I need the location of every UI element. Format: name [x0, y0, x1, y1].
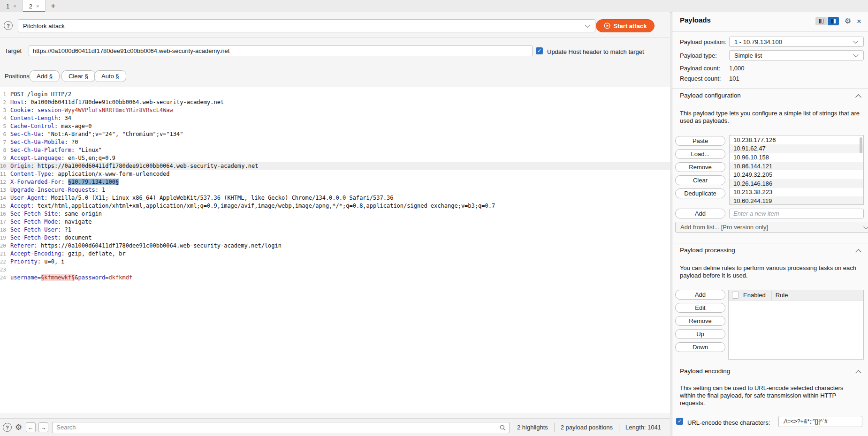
request-line-text: Origin: https://0a1000d60411df1780dee91c… [8, 162, 258, 170]
processing-edit-button[interactable]: Edit [675, 303, 725, 313]
request-editor-lines: 1POST /login HTTP/22Host: 0a1000d60411df… [0, 90, 670, 282]
tab-1-label: 1 [6, 3, 9, 10]
select-all-checkbox[interactable] [732, 292, 739, 299]
request-line-8[interactable]: 8Sec-Ch-Ua-Platform: "Linux" [0, 146, 670, 154]
chevron-down-icon [585, 23, 590, 28]
request-line-15[interactable]: 15Accept: text/html,application/xhtml+xm… [0, 202, 670, 210]
request-editor[interactable]: 1POST /login HTTP/22Host: 0a1000d60411df… [0, 87, 670, 413]
add-marker-button[interactable]: Add § [30, 70, 60, 82]
processing-add-button[interactable]: Add [675, 290, 725, 300]
request-line-14[interactable]: 14User-Agent: Mozilla/5.0 (X11; Linux x8… [0, 194, 670, 202]
deduplicate-button[interactable]: Deduplicate [675, 188, 725, 198]
collapse-chevron-icon[interactable] [856, 94, 860, 101]
request-line-2[interactable]: 2Host: 0a1000d60411df1780dee91c00bb0064.… [0, 98, 670, 106]
close-icon[interactable]: × [857, 17, 861, 25]
gear-icon[interactable]: ⚙ [845, 17, 851, 25]
scrollbar-thumb[interactable] [860, 137, 862, 153]
add-from-list-select[interactable]: Add from list... [Pro version only] [675, 222, 868, 233]
request-line-17[interactable]: 17Sec-Fetch-Mode: navigate [0, 218, 670, 226]
url-encode-checkbox[interactable]: ✓ [676, 418, 683, 425]
payload-list-item[interactable]: 10.26.146.186 [730, 179, 863, 188]
panel-layout-toggle [815, 17, 839, 25]
tab-2[interactable]: 2 × [23, 0, 46, 12]
new-tab-button[interactable]: + [46, 0, 61, 12]
request-line-21[interactable]: 21Accept-Encoding: gzip, deflate, br [0, 250, 670, 258]
processing-down-button[interactable]: Down [675, 342, 725, 352]
layout-right-toggle-icon[interactable] [828, 17, 839, 25]
request-line-11[interactable]: 11Content-Type: application/x-www-form-u… [0, 170, 670, 178]
request-line-19[interactable]: 19Sec-Fetch-Dest: document [0, 234, 670, 242]
request-line-23[interactable]: 23 [0, 266, 670, 274]
url-encode-characters-input[interactable] [778, 416, 862, 427]
request-line-18[interactable]: 18Sec-Fetch-User: ?1 [0, 226, 670, 234]
layout-left-toggle-icon[interactable] [815, 17, 827, 25]
payload-type-select[interactable]: Simple list [729, 50, 864, 60]
search-input[interactable] [52, 422, 510, 433]
payload-type-label: Payload type: [680, 52, 717, 59]
previous-match-button[interactable]: ← [26, 422, 36, 432]
target-label: Target [5, 47, 22, 54]
request-line-text: Accept: text/html,application/xhtml+xml,… [8, 202, 495, 210]
processing-remove-button[interactable]: Remove [675, 316, 725, 326]
request-line-1[interactable]: 1POST /login HTTP/2 [0, 90, 670, 98]
request-line-7[interactable]: 7Sec-Ch-Ua-Mobile: ?0 [0, 138, 670, 146]
check-icon: ✓ [678, 418, 682, 424]
request-line-text: Content-Length: 34 [8, 114, 71, 122]
line-number: 6 [0, 130, 8, 138]
payload-list-item[interactable]: 10.60.244.119 [730, 196, 863, 205]
payload-position-select[interactable]: 1 - 10.79.134.100 [729, 37, 864, 47]
check-icon: ✓ [537, 48, 541, 54]
request-line-5[interactable]: 5Cache-Control: max-age=0 [0, 122, 670, 130]
request-line-text: Sec-Ch-Ua: "Not:A-Brand";v="24", "Chromi… [8, 130, 183, 138]
rules-table-header: Enabled Rule [729, 290, 863, 301]
request-line-6[interactable]: 6Sec-Ch-Ua: "Not:A-Brand";v="24", "Chrom… [0, 130, 670, 138]
request-line-16[interactable]: 16Sec-Fetch-Site: same-origin [0, 210, 670, 218]
request-line-22[interactable]: 22Priority: u=0, i [0, 258, 670, 266]
payload-list[interactable]: 10.238.177.12610.91.62.4710.96.10.15810.… [729, 135, 864, 205]
payload-list-item[interactable]: 10.249.32.205 [730, 170, 863, 179]
line-number: 12 [0, 178, 8, 186]
new-payload-input[interactable] [729, 209, 864, 218]
collapse-chevron-icon[interactable] [856, 369, 860, 376]
payload-list-item[interactable]: 10.238.177.126 [730, 135, 863, 144]
forward-arrow-icon: → [41, 424, 46, 431]
collapse-chevron-icon[interactable] [856, 248, 860, 256]
paste-button[interactable]: Paste [675, 136, 725, 146]
request-line-13[interactable]: 13Upgrade-Insecure-Requests: 1 [0, 186, 670, 194]
close-tab-icon[interactable]: × [13, 3, 16, 9]
payload-list-item[interactable]: 10.213.38.223 [730, 188, 863, 197]
request-line-text: Cache-Control: max-age=0 [8, 122, 91, 130]
payload-list-item[interactable]: 10.96.10.158 [730, 153, 863, 162]
clear-button[interactable]: Clear [675, 175, 725, 185]
attack-type-select[interactable]: Pitchfork attack [18, 19, 595, 32]
auto-marker-button[interactable]: Auto § [94, 70, 126, 82]
line-number: 17 [0, 218, 8, 226]
tab-1[interactable]: 1 × [0, 0, 23, 12]
clear-marker-button[interactable]: Clear § [61, 70, 95, 82]
remove-button[interactable]: Remove [675, 162, 725, 172]
request-line-4[interactable]: 4Content-Length: 34 [0, 114, 670, 122]
request-line-text: Priority: u=0, i [8, 258, 65, 266]
add-payload-button[interactable]: Add [675, 209, 725, 218]
start-attack-button[interactable]: Start attack [596, 19, 655, 32]
request-line-24[interactable]: 24username=§kfmmewkf§&password=dkfkmdf [0, 274, 670, 282]
processing-up-button[interactable]: Up [675, 329, 725, 339]
payload-list-item[interactable]: 10.91.62.47 [730, 144, 863, 153]
next-match-button[interactable]: → [38, 422, 48, 432]
separator [554, 423, 555, 432]
update-host-checkbox[interactable]: ✓ [536, 47, 543, 54]
help-icon[interactable]: ? [4, 21, 13, 30]
request-line-9[interactable]: 9Accept-Language: en-US,en;q=0.9 [0, 154, 670, 162]
payload-processing-description: You can define rules to perform various … [680, 264, 861, 279]
close-tab-icon[interactable]: × [36, 3, 39, 9]
processing-rules-table: Enabled Rule [728, 290, 864, 360]
payload-list-item[interactable]: 10.86.144.121 [730, 162, 863, 171]
request-line-3[interactable]: 3Cookie: session=Wyy4WVPluFsNRRTBmcYRir8… [0, 106, 670, 114]
load-button[interactable]: Load... [675, 149, 725, 159]
request-line-10[interactable]: 10Origin: https://0a1000d60411df1780dee9… [0, 162, 670, 170]
target-input[interactable] [29, 45, 533, 56]
request-line-12[interactable]: 12X-Forwarded-For: §10.79.134.100§ [0, 178, 670, 186]
request-line-20[interactable]: 20Referer: https://0a1000d60411df1780dee… [0, 242, 670, 250]
search-help-icon[interactable]: ? [3, 423, 12, 432]
search-settings-gear-icon[interactable]: ⚙ [15, 422, 22, 432]
